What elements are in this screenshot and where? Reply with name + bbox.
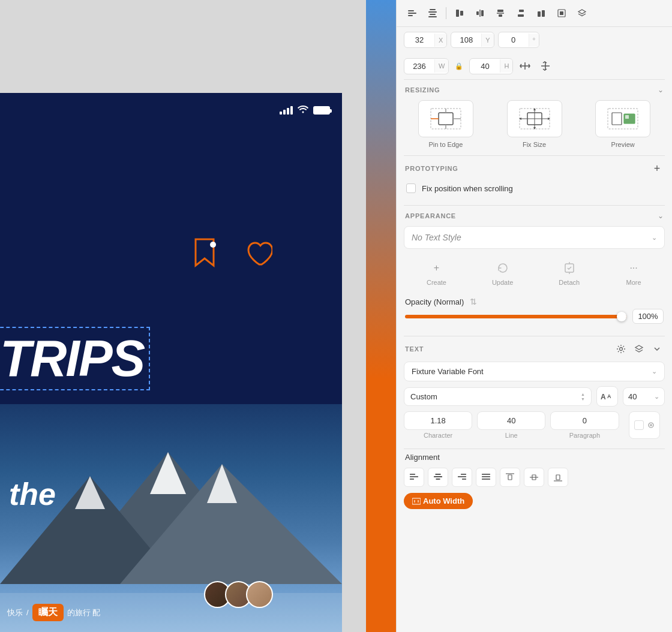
resizing-title: RESIZING <box>405 86 440 94</box>
appearance-chevron: ⌄ <box>658 212 664 220</box>
resizing-header[interactable]: RESIZING ⌄ <box>397 80 672 100</box>
avatar-3 <box>246 581 273 608</box>
svg-rect-6 <box>408 10 414 11</box>
align-left-button[interactable] <box>404 5 421 22</box>
font-size-chevron-icon: ⌄ <box>654 393 659 401</box>
align-top-button[interactable] <box>533 5 550 22</box>
y-input[interactable]: 108 <box>451 32 481 47</box>
fix-size-box[interactable] <box>507 100 562 137</box>
angle-label: ° <box>529 34 539 47</box>
align-right-button[interactable] <box>512 5 529 22</box>
create-style-button[interactable]: + Create <box>422 257 451 288</box>
svg-rect-9 <box>430 9 436 10</box>
opacity-label: Opacity (Normal) <box>405 297 464 306</box>
line-height-value[interactable]: 1.18 <box>404 411 472 430</box>
line-height-label: Character <box>424 432 452 439</box>
svg-rect-59 <box>436 478 440 480</box>
bottom-banner: 快乐 / 矚天 的旅行 配 <box>0 593 342 632</box>
svg-rect-58 <box>434 476 442 477</box>
h-input[interactable]: 40 <box>470 59 500 74</box>
alignment-section: Alignment <box>397 449 672 514</box>
font-style-stepper-icon: ▲ ▼ <box>581 392 585 401</box>
resize-options: Pin to Edge Fix Size <box>404 100 665 148</box>
align-text-center-button[interactable] <box>428 468 448 487</box>
padding-button[interactable] <box>553 5 570 22</box>
paragraph-label: Paragraph <box>569 432 600 439</box>
more-style-button[interactable]: ··· More <box>620 257 647 288</box>
fix-scroll-checkbox[interactable] <box>406 183 416 193</box>
paragraph-value[interactable]: 0 <box>550 411 619 430</box>
align-text-right-button[interactable] <box>452 468 472 487</box>
align-text-justify-button[interactable] <box>476 468 496 487</box>
opacity-value[interactable]: 100% <box>632 309 664 324</box>
angle-input[interactable]: 0 <box>499 32 529 47</box>
lock-icon[interactable]: 🔒 <box>452 62 466 70</box>
text-section-title: TEXT <box>405 345 424 353</box>
font-size-dropdown[interactable]: 40 ⌄ <box>623 387 665 406</box>
color-options-icon <box>647 422 655 429</box>
more-align-button[interactable] <box>451 5 468 22</box>
svg-marker-50 <box>635 345 643 350</box>
svg-rect-60 <box>461 474 466 475</box>
text-settings-button[interactable] <box>614 342 628 356</box>
x-field-group: 32 X <box>404 32 447 48</box>
align-text-left-button[interactable] <box>404 468 424 487</box>
text-section: TEXT Fixture Variable Font ⌄ Custom <box>397 336 672 449</box>
pin-to-edge-box[interactable] <box>418 100 473 137</box>
align-middle-text-button[interactable] <box>524 468 544 487</box>
y-field-group: 108 Y <box>451 32 494 48</box>
text-style-dropdown[interactable]: No Text Style ⌄ <box>404 226 665 249</box>
brand-badge: 矚天 <box>32 604 64 621</box>
detach-style-icon <box>561 260 578 276</box>
text-style-chevron-icon: ⌄ <box>652 234 657 242</box>
update-style-label: Update <box>492 279 513 286</box>
distribute-h-button[interactable] <box>472 5 488 22</box>
font-style-row: Custom ▲ ▼ A A 40 ⌄ <box>404 386 665 407</box>
font-size-aa-button[interactable]: A A <box>596 386 618 407</box>
opacity-thumb[interactable] <box>617 312 626 321</box>
svg-rect-63 <box>482 474 490 475</box>
opacity-slider-row: 100% <box>404 309 665 329</box>
svg-rect-19 <box>499 14 502 17</box>
svg-rect-8 <box>408 15 413 16</box>
pin-to-edge-option: Pin to Edge <box>404 100 488 148</box>
svg-rect-15 <box>476 11 479 15</box>
prototyping-add-button[interactable]: + <box>650 162 664 175</box>
align-center-v-button[interactable] <box>492 5 509 22</box>
svg-rect-67 <box>508 475 512 480</box>
align-top-text-button[interactable] <box>500 468 520 487</box>
svg-rect-11 <box>430 14 436 15</box>
opacity-slider[interactable] <box>405 315 626 318</box>
text-collapse-button[interactable] <box>650 342 664 356</box>
auto-width-badge[interactable]: Auto Width <box>404 493 473 509</box>
font-style-dropdown[interactable]: Custom ▲ ▼ <box>404 387 592 406</box>
color-swatch-box <box>634 420 644 430</box>
avatar-group <box>204 581 273 608</box>
update-style-button[interactable]: Update <box>487 257 518 288</box>
font-name-dropdown[interactable]: Fixture Variable Font ⌄ <box>404 362 665 381</box>
x-input[interactable]: 32 <box>404 32 434 47</box>
tracking-value[interactable]: 40 <box>477 411 545 430</box>
align-bottom-text-button[interactable] <box>548 468 568 487</box>
text-layers-button[interactable] <box>632 342 646 356</box>
update-style-icon <box>494 260 511 276</box>
svg-point-49 <box>620 348 623 351</box>
align-center-button[interactable] <box>424 5 441 22</box>
preview-box[interactable] <box>595 100 650 137</box>
font-size-value: 40 <box>628 392 637 401</box>
resizing-chevron: ⌄ <box>658 86 664 94</box>
detach-style-button[interactable]: Detach <box>554 257 584 288</box>
text-color-swatch[interactable] <box>629 411 660 439</box>
alignment-options: Auto Width <box>404 468 665 509</box>
appearance-header[interactable]: APPEARANCE ⌄ <box>397 206 672 226</box>
tracking-field: 40 Line <box>477 411 545 439</box>
position-row-1: 32 X 108 Y 0 ° <box>397 27 672 53</box>
opacity-stepper[interactable]: ⇅ <box>470 297 477 306</box>
w-input[interactable]: 236 <box>404 59 434 74</box>
pin-to-edge-label: Pin to Edge <box>428 141 463 148</box>
trips-text-element[interactable]: TRIPS <box>0 327 150 390</box>
more-style-label: More <box>626 279 641 286</box>
flip-h-button[interactable] <box>517 58 533 74</box>
layers-button[interactable] <box>574 5 590 22</box>
flip-v-button[interactable] <box>537 58 554 74</box>
